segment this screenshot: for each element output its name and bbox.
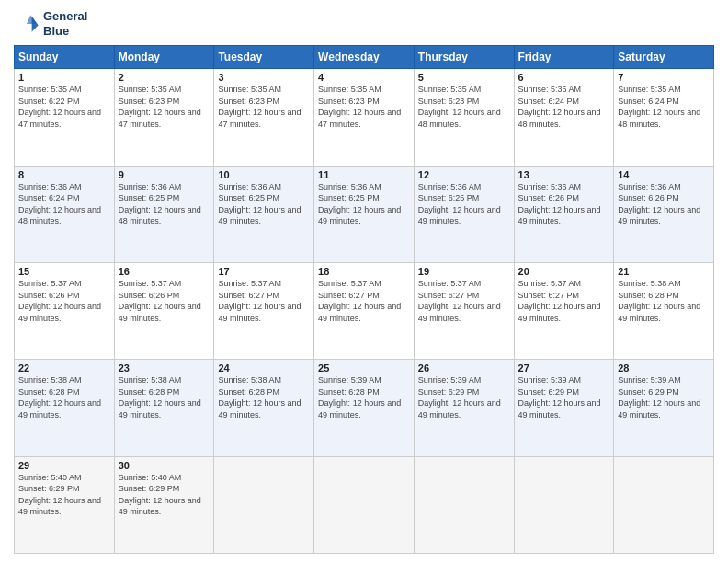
day-number: 7 bbox=[618, 72, 710, 83]
day-info: Sunrise: 5:37 AMSunset: 6:27 PMDaylight:… bbox=[218, 279, 301, 323]
day-number: 29 bbox=[18, 460, 110, 471]
day-info: Sunrise: 5:36 AMSunset: 6:26 PMDaylight:… bbox=[518, 182, 601, 226]
page: General Blue SundayMondayTuesdayWednesda… bbox=[0, 0, 728, 563]
day-info: Sunrise: 5:35 AMSunset: 6:22 PMDaylight:… bbox=[18, 85, 101, 129]
day-header-saturday: Saturday bbox=[614, 46, 714, 69]
day-number: 27 bbox=[518, 362, 610, 373]
day-info: Sunrise: 5:35 AMSunset: 6:23 PMDaylight:… bbox=[119, 85, 201, 129]
header: General Blue bbox=[14, 9, 714, 38]
day-info: Sunrise: 5:36 AMSunset: 6:25 PMDaylight:… bbox=[218, 182, 301, 226]
day-info: Sunrise: 5:35 AMSunset: 6:23 PMDaylight:… bbox=[318, 85, 401, 129]
day-info: Sunrise: 5:39 AMSunset: 6:28 PMDaylight:… bbox=[318, 375, 401, 419]
calendar-cell: 29 Sunrise: 5:40 AMSunset: 6:29 PMDaylig… bbox=[15, 456, 115, 553]
calendar-cell bbox=[614, 456, 714, 553]
calendar-week-row: 15 Sunrise: 5:37 AMSunset: 6:26 PMDaylig… bbox=[15, 262, 714, 359]
day-number: 30 bbox=[119, 460, 210, 471]
day-number: 21 bbox=[618, 266, 710, 277]
day-number: 20 bbox=[518, 266, 610, 277]
day-info: Sunrise: 5:39 AMSunset: 6:29 PMDaylight:… bbox=[518, 375, 601, 419]
calendar-week-row: 1 Sunrise: 5:35 AMSunset: 6:22 PMDayligh… bbox=[15, 69, 714, 166]
day-header-tuesday: Tuesday bbox=[214, 46, 314, 69]
day-info: Sunrise: 5:38 AMSunset: 6:28 PMDaylight:… bbox=[618, 279, 700, 323]
calendar-cell bbox=[414, 456, 514, 553]
calendar-cell: 3 Sunrise: 5:35 AMSunset: 6:23 PMDayligh… bbox=[214, 69, 314, 166]
calendar-cell: 25 Sunrise: 5:39 AMSunset: 6:28 PMDaylig… bbox=[314, 360, 415, 456]
day-number: 28 bbox=[618, 362, 710, 373]
day-number: 3 bbox=[218, 72, 310, 83]
day-info: Sunrise: 5:38 AMSunset: 6:28 PMDaylight:… bbox=[18, 375, 101, 419]
day-number: 1 bbox=[18, 72, 110, 83]
day-number: 13 bbox=[518, 169, 610, 180]
calendar-cell: 17 Sunrise: 5:37 AMSunset: 6:27 PMDaylig… bbox=[214, 262, 314, 359]
day-header-wednesday: Wednesday bbox=[314, 46, 415, 69]
logo: General Blue bbox=[14, 9, 87, 38]
day-info: Sunrise: 5:37 AMSunset: 6:26 PMDaylight:… bbox=[18, 279, 101, 323]
day-number: 25 bbox=[318, 362, 410, 373]
calendar-cell: 10 Sunrise: 5:36 AMSunset: 6:25 PMDaylig… bbox=[214, 166, 314, 262]
day-info: Sunrise: 5:37 AMSunset: 6:27 PMDaylight:… bbox=[418, 279, 501, 323]
logo-text: General Blue bbox=[43, 9, 87, 38]
calendar-cell: 27 Sunrise: 5:39 AMSunset: 6:29 PMDaylig… bbox=[514, 360, 614, 456]
calendar-cell: 28 Sunrise: 5:39 AMSunset: 6:29 PMDaylig… bbox=[614, 360, 714, 456]
day-number: 14 bbox=[618, 169, 710, 180]
calendar-cell bbox=[514, 456, 614, 553]
calendar-cell: 8 Sunrise: 5:36 AMSunset: 6:24 PMDayligh… bbox=[15, 166, 115, 262]
day-number: 2 bbox=[119, 72, 210, 83]
calendar-cell: 24 Sunrise: 5:38 AMSunset: 6:28 PMDaylig… bbox=[214, 360, 314, 456]
day-number: 26 bbox=[418, 362, 510, 373]
calendar-table: SundayMondayTuesdayWednesdayThursdayFrid… bbox=[14, 45, 714, 554]
day-number: 19 bbox=[418, 266, 510, 277]
calendar-cell: 11 Sunrise: 5:36 AMSunset: 6:25 PMDaylig… bbox=[314, 166, 415, 262]
calendar-week-row: 8 Sunrise: 5:36 AMSunset: 6:24 PMDayligh… bbox=[15, 166, 714, 262]
day-header-thursday: Thursday bbox=[414, 46, 514, 69]
calendar-cell: 26 Sunrise: 5:39 AMSunset: 6:29 PMDaylig… bbox=[414, 360, 514, 456]
calendar-cell: 1 Sunrise: 5:35 AMSunset: 6:22 PMDayligh… bbox=[15, 69, 115, 166]
day-info: Sunrise: 5:38 AMSunset: 6:28 PMDaylight:… bbox=[218, 375, 301, 419]
day-number: 8 bbox=[18, 169, 110, 180]
calendar-cell: 13 Sunrise: 5:36 AMSunset: 6:26 PMDaylig… bbox=[514, 166, 614, 262]
day-header-friday: Friday bbox=[514, 46, 614, 69]
day-info: Sunrise: 5:35 AMSunset: 6:24 PMDaylight:… bbox=[518, 85, 601, 129]
day-header-sunday: Sunday bbox=[15, 46, 115, 69]
day-info: Sunrise: 5:35 AMSunset: 6:24 PMDaylight:… bbox=[618, 85, 700, 129]
calendar-cell: 4 Sunrise: 5:35 AMSunset: 6:23 PMDayligh… bbox=[314, 69, 415, 166]
svg-marker-1 bbox=[27, 15, 37, 24]
calendar-cell: 2 Sunrise: 5:35 AMSunset: 6:23 PMDayligh… bbox=[114, 69, 214, 166]
day-info: Sunrise: 5:35 AMSunset: 6:23 PMDaylight:… bbox=[418, 85, 501, 129]
day-info: Sunrise: 5:40 AMSunset: 6:29 PMDaylight:… bbox=[119, 473, 201, 517]
calendar-cell: 19 Sunrise: 5:37 AMSunset: 6:27 PMDaylig… bbox=[414, 262, 514, 359]
calendar-cell: 30 Sunrise: 5:40 AMSunset: 6:29 PMDaylig… bbox=[114, 456, 214, 553]
day-info: Sunrise: 5:36 AMSunset: 6:25 PMDaylight:… bbox=[119, 182, 201, 226]
day-info: Sunrise: 5:36 AMSunset: 6:25 PMDaylight:… bbox=[318, 182, 401, 226]
day-info: Sunrise: 5:37 AMSunset: 6:27 PMDaylight:… bbox=[318, 279, 401, 323]
calendar-week-row: 29 Sunrise: 5:40 AMSunset: 6:29 PMDaylig… bbox=[15, 456, 714, 553]
day-number: 11 bbox=[318, 169, 410, 180]
day-number: 15 bbox=[18, 266, 110, 277]
calendar-cell: 18 Sunrise: 5:37 AMSunset: 6:27 PMDaylig… bbox=[314, 262, 415, 359]
calendar-cell bbox=[314, 456, 415, 553]
calendar-cell: 7 Sunrise: 5:35 AMSunset: 6:24 PMDayligh… bbox=[614, 69, 714, 166]
day-number: 4 bbox=[318, 72, 410, 83]
calendar-cell: 9 Sunrise: 5:36 AMSunset: 6:25 PMDayligh… bbox=[114, 166, 214, 262]
calendar-cell: 23 Sunrise: 5:38 AMSunset: 6:28 PMDaylig… bbox=[114, 360, 214, 456]
day-number: 12 bbox=[418, 169, 510, 180]
day-header-monday: Monday bbox=[114, 46, 214, 69]
calendar-cell: 14 Sunrise: 5:36 AMSunset: 6:26 PMDaylig… bbox=[614, 166, 714, 262]
calendar-cell: 15 Sunrise: 5:37 AMSunset: 6:26 PMDaylig… bbox=[15, 262, 115, 359]
calendar-cell: 5 Sunrise: 5:35 AMSunset: 6:23 PMDayligh… bbox=[414, 69, 514, 166]
day-info: Sunrise: 5:38 AMSunset: 6:28 PMDaylight:… bbox=[119, 375, 201, 419]
calendar-cell: 16 Sunrise: 5:37 AMSunset: 6:26 PMDaylig… bbox=[114, 262, 214, 359]
day-number: 16 bbox=[119, 266, 210, 277]
day-number: 24 bbox=[218, 362, 310, 373]
calendar-cell: 20 Sunrise: 5:37 AMSunset: 6:27 PMDaylig… bbox=[514, 262, 614, 359]
calendar-header-row: SundayMondayTuesdayWednesdayThursdayFrid… bbox=[15, 46, 714, 69]
day-info: Sunrise: 5:36 AMSunset: 6:24 PMDaylight:… bbox=[18, 182, 101, 226]
day-info: Sunrise: 5:37 AMSunset: 6:26 PMDaylight:… bbox=[119, 279, 201, 323]
day-number: 18 bbox=[318, 266, 410, 277]
calendar-cell: 12 Sunrise: 5:36 AMSunset: 6:25 PMDaylig… bbox=[414, 166, 514, 262]
day-info: Sunrise: 5:35 AMSunset: 6:23 PMDaylight:… bbox=[218, 85, 301, 129]
calendar-cell bbox=[214, 456, 314, 553]
day-number: 10 bbox=[218, 169, 310, 180]
calendar-cell: 21 Sunrise: 5:38 AMSunset: 6:28 PMDaylig… bbox=[614, 262, 714, 359]
day-number: 9 bbox=[119, 169, 210, 180]
